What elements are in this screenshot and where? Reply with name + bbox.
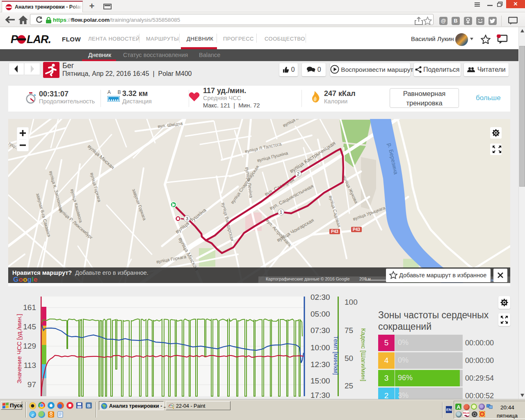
- svg-text:LAR.: LAR.: [27, 34, 51, 45]
- svg-text:o: o: [23, 276, 27, 283]
- svg-text:e: e: [31, 412, 34, 418]
- svg-text:A: A: [457, 404, 461, 410]
- svg-text:97: 97: [27, 380, 36, 389]
- svg-text:07:30: 07:30: [310, 326, 330, 335]
- svg-text:G: G: [13, 276, 18, 283]
- svg-text:17:30: 17:30: [310, 391, 330, 398]
- svg-text:1: 1: [280, 210, 282, 215]
- svg-text:B: B: [87, 403, 91, 408]
- svg-text:145: 145: [23, 322, 36, 331]
- svg-text:Значение ЧСС [уд./мин.]: Значение ЧСС [уд./мин.]: [16, 314, 23, 383]
- svg-text:Нравится маршрут?: Нравится маршрут?: [12, 269, 72, 276]
- svg-text:02:30: 02:30: [310, 293, 330, 301]
- svg-text:25: 25: [345, 381, 353, 390]
- svg-text:Картографические данные © 2016: Картографические данные © 2016 Google: [266, 276, 350, 281]
- svg-text:75: 75: [345, 326, 353, 335]
- svg-text:10:00: 10:00: [310, 343, 330, 352]
- svg-text:o: o: [19, 276, 23, 283]
- svg-text:g: g: [27, 276, 32, 283]
- svg-text:2: 2: [297, 171, 299, 176]
- svg-text:Добавьте маршрут в избранное: Добавьте маршрут в избранное: [399, 272, 486, 278]
- svg-text:Добавьте его в избранное.: Добавьте его в избранное.: [75, 269, 148, 276]
- svg-text:161: 161: [23, 303, 36, 312]
- svg-text:POLAR: POLAR: [463, 412, 469, 414]
- svg-text:113: 113: [24, 361, 36, 370]
- svg-text:15:00: 15:00: [310, 377, 330, 385]
- svg-text:P43: P43: [331, 229, 338, 234]
- svg-text:50: 50: [345, 354, 353, 363]
- svg-text:Темп [мин/км]: Темп [мин/км]: [333, 336, 340, 375]
- svg-text:3: 3: [186, 216, 188, 221]
- svg-text:Каденс [Шаги/мин]: Каденс [Шаги/мин]: [360, 328, 367, 381]
- svg-text:12:30: 12:30: [310, 360, 330, 369]
- svg-text:05:00: 05:00: [310, 310, 330, 318]
- svg-text:P43: P43: [353, 227, 360, 232]
- svg-text:200 м: 200 м: [359, 276, 371, 281]
- svg-text:100: 100: [345, 298, 358, 306]
- svg-text:129: 129: [23, 342, 36, 350]
- svg-text:e: e: [34, 276, 37, 283]
